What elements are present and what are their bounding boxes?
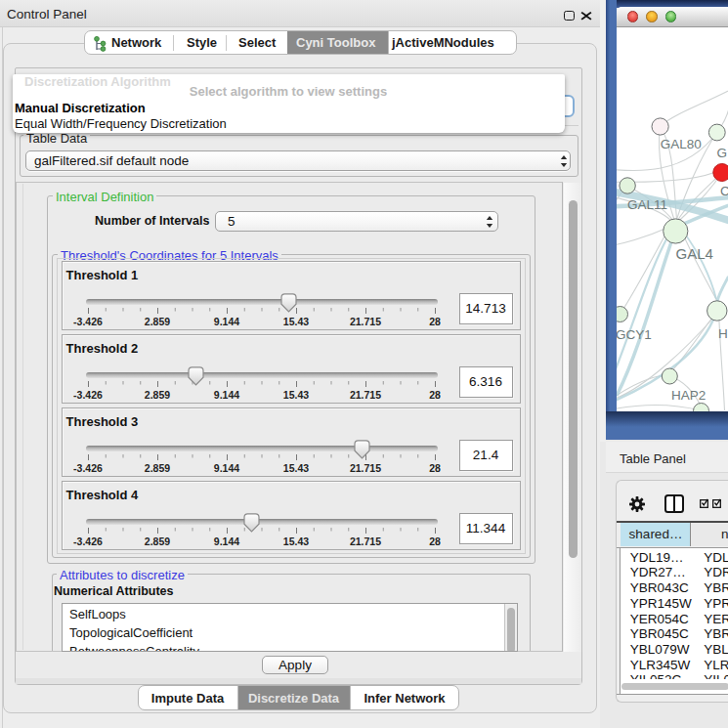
svg-text:G: G [716, 145, 727, 159]
svg-text:H: H [718, 325, 728, 340]
svg-text:GCY1: GCY1 [617, 326, 652, 341]
svg-text:GAL80: GAL80 [660, 137, 701, 151]
svg-text:GAL11: GAL11 [627, 196, 667, 211]
svg-text:GAL4: GAL4 [675, 244, 712, 261]
svg-text:HAP2: HAP2 [671, 387, 706, 402]
svg-text:C: C [720, 183, 728, 197]
